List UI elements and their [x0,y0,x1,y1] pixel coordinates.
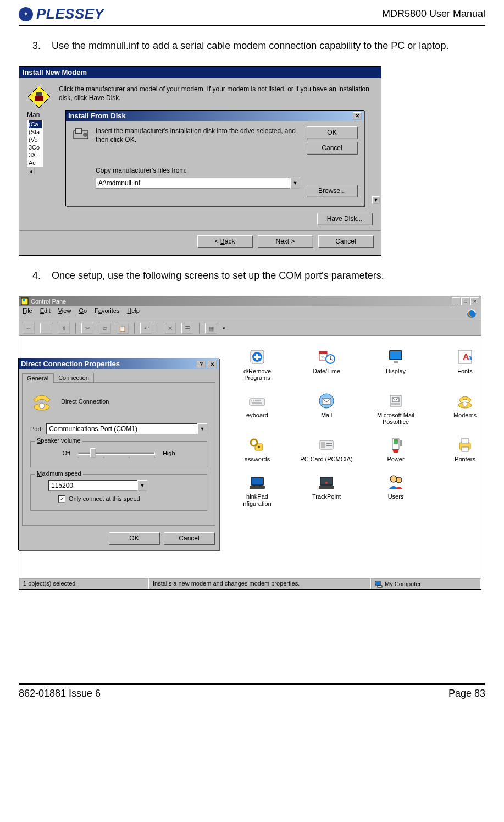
paste-icon[interactable]: 📋 [117,323,129,334]
svg-rect-52 [400,440,402,446]
scroll-left-icon[interactable]: ◄ [27,168,35,175]
display-icon [365,347,426,367]
cp-item[interactable]: eyboard [227,391,287,425]
svg-point-43 [251,439,257,446]
properties-icon[interactable]: ☰ [181,323,193,334]
forward-arrow-icon[interactable]: → [40,323,52,334]
copy-icon[interactable]: ⧉ [99,323,111,334]
back-arrow-icon[interactable]: ← [23,323,35,334]
cp-item-label: asswords [227,456,287,462]
mfr-item[interactable]: (Vo [29,136,42,144]
tab-connection[interactable]: Connection [53,373,94,382]
scroll-down-icon[interactable]: ▼ [372,196,380,204]
svg-rect-57 [252,478,263,484]
svg-rect-24 [394,361,398,363]
cp-item-label: Printers [435,456,495,462]
path-input[interactable]: A:\mdmnull.inf [96,178,290,189]
close-icon[interactable]: ✕ [353,112,362,120]
cp-item[interactable]: 12Date/Time [296,347,357,381]
next-button[interactable]: Next > [258,235,313,247]
copy-from-label: Copy manufacturer's files from: [96,166,300,175]
cp-item[interactable]: Modems [435,391,495,425]
menu-go[interactable]: Go [79,307,87,319]
chevron-down-icon[interactable]: ▼ [137,480,147,491]
svg-rect-17 [319,351,327,354]
brand-logo: ✦ PLESSEY [19,5,104,23]
step-4: 4. Once setup, use the following screens… [27,270,478,282]
maximize-icon[interactable]: □ [461,297,470,305]
checkbox-checked-icon[interactable]: ✓ [58,495,65,503]
cp-item[interactable]: Mail [296,391,357,425]
menu-edit[interactable]: Edit [40,307,51,319]
slider-off-label: Off [62,450,70,456]
views-icon[interactable]: ▦ [205,323,217,334]
svg-rect-50 [394,439,398,444]
cp-item[interactable]: Power [365,435,426,462]
mfr-item[interactable]: (Ca [29,120,42,128]
menu-favorites[interactable]: Favorites [95,307,119,319]
step-3-text: Use the mdmnull.inf to add a serial cabl… [52,40,448,52]
page-header: ✦ PLESSEY MDR5800 User Manual [19,5,485,26]
cp-item[interactable]: hinkPadnfiguration [227,472,287,506]
cancel-button[interactable]: Cancel [318,235,373,247]
svg-rect-58 [250,486,265,489]
cancel-button[interactable]: Cancel [164,532,214,544]
browse-button[interactable]: Browse... [307,185,357,197]
cp-item[interactable]: Display [365,347,426,381]
manufacturers-list[interactable]: (Ca (Sta (Vo 3Co 3X Ac [27,120,43,167]
chevron-down-icon[interactable]: ▼ [290,178,300,189]
cancel-button[interactable]: Cancel [307,142,357,154]
mfr-item[interactable]: (Sta [29,128,42,136]
undo-icon[interactable]: ↶ [140,323,152,334]
toolbar: ← → ⇧ ✂ ⧉ 📋 ↶ ✕ ☰ ▦ ▾ [19,321,481,336]
install-modem-hint: Click the manufacturer and model of your… [59,85,373,109]
manufacturers-label-u: M [27,111,32,119]
svg-rect-28 [250,399,265,405]
port-select[interactable]: Communications Port (COM1) [46,423,197,434]
cut-icon[interactable]: ✂ [81,323,93,334]
power-icon [365,435,426,455]
slider-high-label: High [163,450,175,456]
fonts-icon: Aa [435,347,495,367]
max-speed-select[interactable]: 115200 [48,480,137,491]
cp-item[interactable]: AaFonts [435,347,495,381]
volume-slider[interactable]: '''' [78,447,155,459]
cp-item[interactable]: Users [365,472,426,506]
trackpoint-icon [296,472,357,492]
svg-rect-30 [253,400,254,401]
ok-button[interactable]: OK [109,532,159,544]
have-disk-button[interactable]: Have Disk... [317,213,372,225]
help-icon[interactable]: ? [197,361,206,368]
svg-text:a: a [468,354,472,362]
mfr-item[interactable]: Ac [29,159,42,167]
cp-item[interactable]: asswords [227,435,287,462]
mfr-item[interactable]: 3Co [29,144,42,151]
close-icon[interactable]: ✕ [470,297,479,305]
ok-button[interactable]: OK [307,126,357,139]
delete-icon[interactable]: ✕ [164,323,176,334]
brand-text: PLESSEY [36,5,104,23]
close-icon[interactable]: ✕ [208,361,217,368]
speaker-volume-group: Speaker volume Off '''' High [30,441,207,467]
cp-item[interactable]: d/RemovePrograms [227,347,287,381]
up-folder-icon[interactable]: ⇧ [58,323,70,334]
props-title: Direct Connection Properties [21,360,120,368]
menu-file[interactable]: File [23,307,32,319]
ie-logo-icon [466,307,478,319]
cp-item[interactable]: Printers [435,435,495,462]
cp-item[interactable]: TrackPoint [296,472,357,506]
back-button[interactable]: < Back [197,235,252,247]
cp-item-label: Display [365,368,426,374]
minimize-icon[interactable]: _ [452,297,461,305]
chevron-down-icon[interactable]: ▼ [197,423,207,434]
direct-connection-properties-dialog: Direct Connection Properties ? ✕ General… [18,358,219,550]
menu-help[interactable]: Help [127,307,140,319]
svg-point-6 [83,133,87,137]
tab-general[interactable]: General [22,373,53,383]
cp-item[interactable]: Microsoft MailPostoffice [365,391,426,425]
menu-view[interactable]: View [58,307,71,319]
cp-item[interactable]: PC Card (PCMCIA) [296,435,357,462]
mfr-item[interactable]: 3X [29,151,42,159]
svg-text:12: 12 [321,355,326,360]
only-connect-checkbox[interactable]: ✓ Only connect at this speed [58,495,140,503]
